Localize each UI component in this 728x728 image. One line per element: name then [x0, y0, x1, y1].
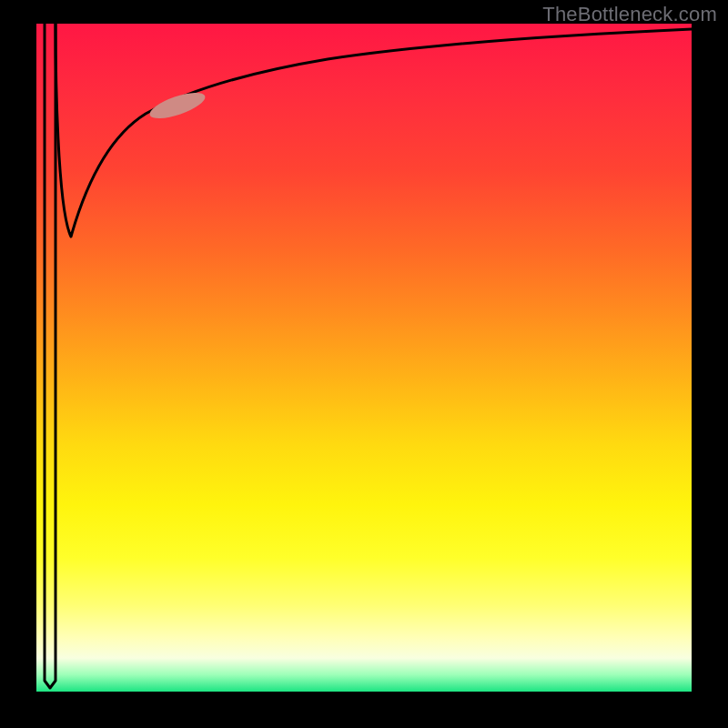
plot-area	[36, 24, 692, 692]
chart-stage: TheBottleneck.com	[0, 0, 728, 728]
watermark-text: TheBottleneck.com	[542, 3, 717, 26]
